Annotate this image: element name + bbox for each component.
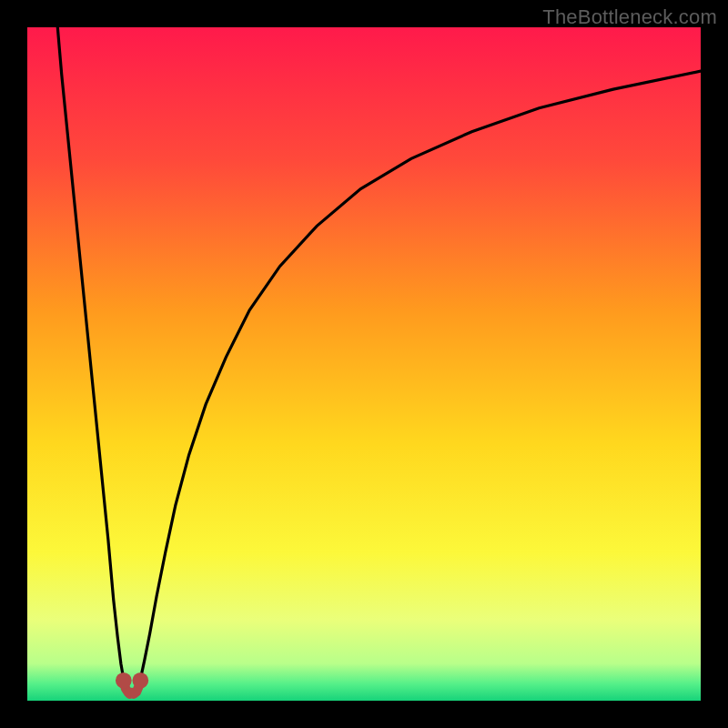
optimum-left-dot <box>116 672 132 689</box>
gradient-background <box>27 27 701 701</box>
plot-area <box>27 27 701 701</box>
attribution-text: TheBottleneck.com <box>542 5 717 29</box>
outer-frame: TheBottleneck.com <box>0 0 728 728</box>
optimum-right-dot <box>132 672 148 689</box>
chart-svg <box>27 27 701 701</box>
